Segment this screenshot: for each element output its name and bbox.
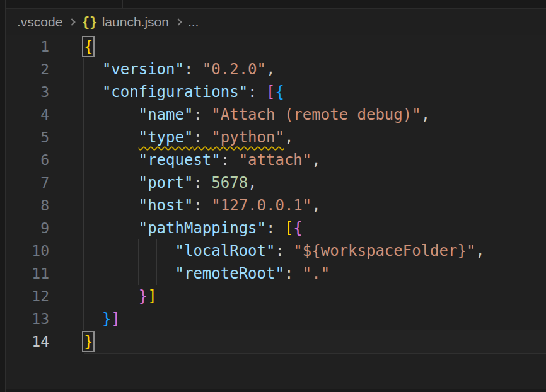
line-number[interactable]: 5 [0, 126, 49, 149]
line-content[interactable]: "localRoot": "${workspaceFolder}", [84, 239, 546, 262]
code-token: "request" [139, 151, 221, 169]
editor[interactable]: 1{2 "version": "0.2.0",3 "configurations… [0, 35, 546, 353]
code-token: : [248, 83, 266, 101]
code-token: "." [303, 265, 330, 282]
code-line-3[interactable]: 3 "configurations": [{ [0, 81, 546, 103]
code-token: { [293, 219, 302, 237]
code-line-1[interactable]: 1{ [0, 35, 546, 58]
line-number[interactable]: 7 [0, 171, 49, 194]
code-token: "attach" [239, 151, 312, 169]
code-token: : [184, 61, 202, 78]
code-token [84, 287, 139, 305]
code-token: [ [266, 83, 275, 101]
code-line-10[interactable]: 10 "localRoot": "${workspaceFolder}", [0, 239, 546, 262]
indent-guide [120, 149, 120, 171]
code-token: "Attach (remote debug)" [211, 106, 421, 124]
code-token: "host" [139, 197, 194, 214]
window-left-edge [0, 0, 6, 392]
breadcrumb-item-vscode[interactable]: .vscode [17, 14, 62, 30]
code-token: "port" [139, 174, 194, 192]
indent-guide [83, 81, 84, 103]
line-content[interactable]: }] [84, 308, 546, 330]
code-line-2[interactable]: 2 "version": "0.2.0", [0, 58, 546, 81]
indent-guide [156, 262, 157, 285]
code-line-11[interactable]: 11 "remoteRoot": "." [0, 262, 546, 285]
window-bottom-edge [0, 389, 546, 392]
code-token: { [275, 83, 284, 101]
line-number[interactable]: 11 [0, 262, 49, 285]
line-number[interactable]: 9 [0, 217, 49, 239]
indent-guide [83, 262, 84, 285]
line-number[interactable]: 13 [0, 308, 49, 330]
indent-guide [83, 285, 84, 308]
code-line-8[interactable]: 8 "host": "127.0.0.1", [0, 194, 546, 217]
code-token: , [311, 197, 320, 214]
code-token: "remoteRoot" [175, 265, 284, 282]
line-content[interactable]: "host": "127.0.0.1", [84, 194, 546, 217]
line-content[interactable]: "remoteRoot": "." [84, 262, 546, 285]
code-token: , [266, 61, 275, 78]
code-line-13[interactable]: 13 }] [0, 308, 546, 330]
indent-guide [83, 171, 84, 194]
code-line-9[interactable]: 9 "pathMappings": [{ [0, 217, 546, 239]
line-content[interactable]: "port": 5678, [84, 171, 546, 194]
breadcrumb-item-launch-json[interactable]: {} launch.json [81, 14, 169, 30]
indent-guide [120, 285, 120, 308]
code-line-4[interactable]: 4 "name": "Attach (remote debug)", [0, 103, 546, 126]
code-token: "pathMappings" [139, 219, 266, 237]
bracket-match: { [84, 38, 93, 55]
code-token: "name" [139, 106, 194, 124]
line-number[interactable]: 6 [0, 149, 49, 171]
code-token [84, 151, 139, 169]
line-content[interactable]: "configurations": [{ [84, 81, 546, 103]
line-content[interactable]: { [84, 35, 546, 58]
line-number[interactable]: 14 [0, 330, 49, 353]
indent-guide [120, 171, 120, 194]
indent-guide [102, 285, 102, 308]
breadcrumb-item-symbols[interactable]: ... [188, 14, 199, 30]
indent-guide [83, 126, 84, 149]
code-token: : [193, 106, 211, 124]
line-content[interactable]: "name": "Attach (remote debug)", [84, 103, 546, 126]
line-content[interactable]: } [84, 330, 546, 353]
indent-guide [120, 194, 120, 217]
code-token: : [193, 197, 211, 214]
code-line-6[interactable]: 6 "request": "attach", [0, 149, 546, 171]
line-content[interactable]: "type": "python", [84, 126, 546, 149]
indent-guide [83, 149, 84, 171]
code-token [84, 219, 139, 237]
line-number[interactable]: 4 [0, 103, 49, 126]
line-content[interactable]: "version": "0.2.0", [84, 58, 546, 81]
indent-guide [120, 103, 120, 126]
code-token: "version" [102, 61, 184, 78]
code-token: 5678 [211, 174, 248, 192]
tab-separator [228, 0, 228, 8]
code-token: "type" [139, 129, 194, 146]
json-braces-icon: {} [81, 14, 97, 30]
tab-bar[interactable] [0, 0, 546, 9]
line-content[interactable]: }] [84, 285, 546, 308]
line-number[interactable]: 10 [0, 239, 49, 262]
indent-guide [102, 262, 102, 285]
breadcrumb-file-label: launch.json [102, 14, 169, 30]
bracket-match: } [84, 333, 93, 350]
line-number[interactable]: 2 [0, 58, 49, 81]
line-content[interactable]: "pathMappings": [{ [84, 217, 546, 239]
indent-guide [102, 239, 102, 262]
line-content[interactable]: "request": "attach", [84, 149, 546, 171]
code-line-5[interactable]: 5 "type": "python", [0, 126, 546, 149]
indent-guide [102, 194, 102, 217]
code-line-12[interactable]: 12 }] [0, 285, 546, 308]
code-token: : [221, 151, 239, 169]
code-token: : [275, 242, 293, 260]
code-line-7[interactable]: 7 "port": 5678, [0, 171, 546, 194]
code-token: "python" [211, 129, 284, 146]
line-number[interactable]: 8 [0, 194, 49, 217]
code-token: "configurations" [102, 83, 248, 101]
line-number[interactable]: 1 [0, 35, 49, 58]
code-token: ] [111, 310, 120, 328]
line-number[interactable]: 3 [0, 81, 49, 103]
chevron-right-icon [175, 18, 182, 25]
line-number[interactable]: 12 [0, 285, 49, 308]
code-line-14[interactable]: 14} [0, 330, 546, 353]
